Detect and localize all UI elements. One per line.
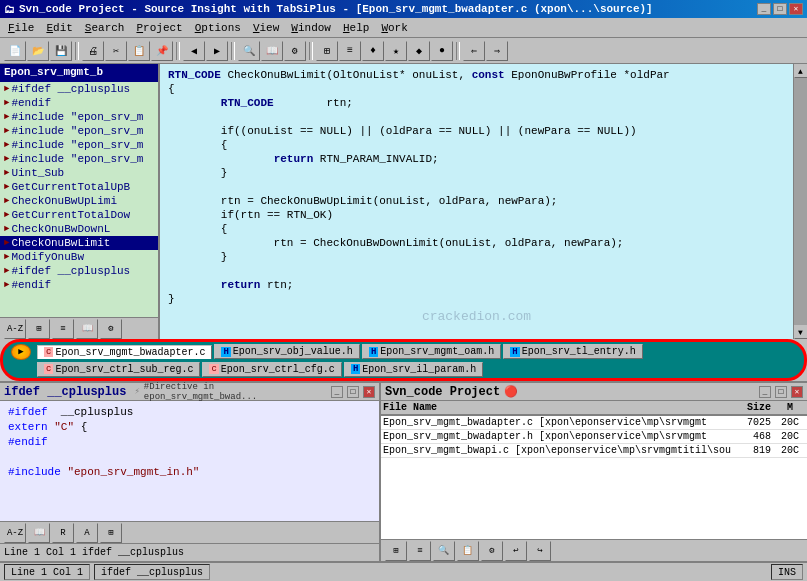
br-btn7[interactable]: ↪ bbox=[529, 541, 551, 561]
tab-obj-value-h[interactable]: H Epon_srv_obj_value.h bbox=[214, 344, 359, 359]
left-panel-item-11[interactable]: ►CheckOnuBwLimit bbox=[0, 236, 158, 250]
left-panel-item-14[interactable]: ►#endif bbox=[0, 278, 158, 292]
project-row-3[interactable]: Epon_srv_mgmt_bwapi.c [xpon\eponservice\… bbox=[381, 444, 807, 458]
toolbar-paste[interactable]: 📌 bbox=[151, 41, 173, 61]
menu-file[interactable]: File bbox=[2, 20, 40, 36]
left-panel: Epon_srv_mgmt_b ►#ifdef __cplusplus►#end… bbox=[0, 64, 160, 339]
menu-view[interactable]: View bbox=[247, 20, 285, 36]
br-close[interactable]: ✕ bbox=[791, 386, 803, 398]
br-btn1[interactable]: ⊞ bbox=[385, 541, 407, 561]
left-panel-title: Epon_srv_mgmt_b bbox=[4, 66, 103, 78]
tab-ctrl-cfg-c[interactable]: c Epon_srv_ctrl_cfg.c bbox=[202, 362, 341, 377]
left-panel-list[interactable]: ►#ifdef __cplusplus►#endif►#include "epo… bbox=[0, 82, 158, 317]
menu-options[interactable]: Options bbox=[189, 20, 247, 36]
toolbar-new[interactable]: 📄 bbox=[4, 41, 26, 61]
toolbar-back[interactable]: ◀ bbox=[183, 41, 205, 61]
bottom-left-subtitle: #Directive in epon_srv_mgmt_bwad... bbox=[144, 382, 327, 402]
toolbar-cut[interactable]: ✂ bbox=[105, 41, 127, 61]
bottom-section: ifdef __cplusplus ⚡ #Directive in epon_s… bbox=[0, 381, 807, 561]
toolbar-fwd[interactable]: ▶ bbox=[206, 41, 228, 61]
left-panel-item-label-7: GetCurrentTotalUpB bbox=[11, 181, 130, 193]
toolbar-extra2[interactable]: ≡ bbox=[339, 41, 361, 61]
project-row-2[interactable]: Epon_srv_mgmt_bwadapter.h [xpon\eponserv… bbox=[381, 430, 807, 444]
close-button[interactable]: ✕ bbox=[789, 3, 803, 15]
left-panel-item-5[interactable]: ►#include "epon_srv_m bbox=[0, 152, 158, 166]
left-panel-item-icon-12: ► bbox=[4, 252, 9, 262]
toolbar-extra5[interactable]: ◆ bbox=[408, 41, 430, 61]
tab-row-1: ▶ c Epon_srv_mgmt_bwadapter.c H Epon_srv… bbox=[11, 344, 796, 360]
tab-il-param-h[interactable]: H Epon_srv_il_param.h bbox=[344, 362, 483, 377]
left-panel-item-13[interactable]: ►#ifdef __cplusplus bbox=[0, 264, 158, 278]
scroll-up-arrow[interactable]: ▲ bbox=[794, 64, 808, 78]
br-btn6[interactable]: ↩ bbox=[505, 541, 527, 561]
col-size: Size bbox=[735, 402, 775, 413]
menu-work[interactable]: Work bbox=[375, 20, 413, 36]
tab-mgmt-oam-h[interactable]: H Epon_srv_mgmt_oam.h bbox=[362, 344, 501, 359]
bottom-left-code[interactable]: #ifdef __cplusplus extern "C" { #endif #… bbox=[0, 401, 379, 521]
left-panel-item-12[interactable]: ►ModifyOnuBw bbox=[0, 250, 158, 264]
br-max[interactable]: □ bbox=[775, 386, 787, 398]
project-file-list[interactable]: File Name Size M Epon_srv_mgmt_bwadapter… bbox=[381, 401, 807, 539]
tab-go-button[interactable]: ▶ bbox=[11, 344, 31, 360]
left-panel-item-7[interactable]: ►GetCurrentTotalUpB bbox=[0, 180, 158, 194]
bl-btn2[interactable]: 📖 bbox=[28, 523, 50, 543]
toolbar-print[interactable]: 🖨 bbox=[82, 41, 104, 61]
scroll-down-arrow[interactable]: ▼ bbox=[794, 325, 808, 339]
bottom-left-close[interactable]: ✕ bbox=[363, 386, 375, 398]
toolbar-extra4[interactable]: ★ bbox=[385, 41, 407, 61]
left-panel-item-2[interactable]: ►#include "epon_srv_m bbox=[0, 110, 158, 124]
left-panel-item-6[interactable]: ►Uint_Sub bbox=[0, 166, 158, 180]
bottom-left-min[interactable]: _ bbox=[331, 386, 343, 398]
panel-az-btn[interactable]: A-Z bbox=[4, 319, 26, 339]
menu-project[interactable]: Project bbox=[130, 20, 188, 36]
bl-btn5[interactable]: ⊞ bbox=[100, 523, 122, 543]
code-content[interactable]: RTN_CODE CheckOnuBwLimit(OltOnuList* onu… bbox=[160, 64, 793, 339]
toolbar-open[interactable]: 📂 bbox=[27, 41, 49, 61]
project-row-1[interactable]: Epon_srv_mgmt_bwadapter.c [xpon\eponserv… bbox=[381, 416, 807, 430]
scrollbar-vertical[interactable]: ▲ ▼ bbox=[793, 64, 807, 339]
left-panel-item-1[interactable]: ►#endif bbox=[0, 96, 158, 110]
bl-btn4[interactable]: A bbox=[76, 523, 98, 543]
toolbar-save[interactable]: 💾 bbox=[50, 41, 72, 61]
minimize-button[interactable]: _ bbox=[757, 3, 771, 15]
tab-icon-h2: H bbox=[369, 347, 378, 357]
toolbar-extra3[interactable]: ♦ bbox=[362, 41, 384, 61]
tab-bwadapter-c[interactable]: c Epon_srv_mgmt_bwadapter.c bbox=[37, 345, 212, 359]
toolbar-nav-fwd[interactable]: ⇒ bbox=[486, 41, 508, 61]
toolbar-nav-back[interactable]: ⇐ bbox=[463, 41, 485, 61]
tab-bar: ▶ c Epon_srv_mgmt_bwadapter.c H Epon_srv… bbox=[0, 339, 807, 381]
left-panel-item-3[interactable]: ►#include "epon_srv_m bbox=[0, 124, 158, 138]
bl-btn3[interactable]: R bbox=[52, 523, 74, 543]
menu-edit[interactable]: Edit bbox=[40, 20, 78, 36]
toolbar-copy[interactable]: 📋 bbox=[128, 41, 150, 61]
br-btn2[interactable]: ≡ bbox=[409, 541, 431, 561]
left-panel-item-8[interactable]: ►CheckOnuBwUpLimi bbox=[0, 194, 158, 208]
toolbar-ref[interactable]: 📖 bbox=[261, 41, 283, 61]
tab-ctrl-sub-reg-c[interactable]: c Epon_srv_ctrl_sub_reg.c bbox=[37, 362, 200, 377]
toolbar-build[interactable]: ⚙ bbox=[284, 41, 306, 61]
tab-tl-entry-h[interactable]: H Epon_srv_tl_entry.h bbox=[503, 344, 642, 359]
br-min[interactable]: _ bbox=[759, 386, 771, 398]
br-btn5[interactable]: ⚙ bbox=[481, 541, 503, 561]
bottom-left-max[interactable]: □ bbox=[347, 386, 359, 398]
scroll-track[interactable] bbox=[794, 78, 807, 325]
left-panel-item-9[interactable]: ►GetCurrentTotalDow bbox=[0, 208, 158, 222]
tab-label-5: Epon_srv_ctrl_sub_reg.c bbox=[55, 364, 193, 375]
br-btn4[interactable]: 📋 bbox=[457, 541, 479, 561]
menu-search[interactable]: Search bbox=[79, 20, 131, 36]
panel-book-btn[interactable]: 📖 bbox=[76, 319, 98, 339]
panel-extra-btn[interactable]: ⚙ bbox=[100, 319, 122, 339]
toolbar-search[interactable]: 🔍 bbox=[238, 41, 260, 61]
menu-window[interactable]: Window bbox=[285, 20, 337, 36]
menu-help[interactable]: Help bbox=[337, 20, 375, 36]
panel-tree-btn[interactable]: ⊞ bbox=[28, 319, 50, 339]
panel-list-btn[interactable]: ≡ bbox=[52, 319, 74, 339]
toolbar-extra1[interactable]: ⊞ bbox=[316, 41, 338, 61]
left-panel-item-10[interactable]: ►CheckOnuBwDownL bbox=[0, 222, 158, 236]
left-panel-item-0[interactable]: ►#ifdef __cplusplus bbox=[0, 82, 158, 96]
maximize-button[interactable]: □ bbox=[773, 3, 787, 15]
bl-btn1[interactable]: A-Z bbox=[4, 523, 26, 543]
toolbar-extra6[interactable]: ● bbox=[431, 41, 453, 61]
left-panel-item-4[interactable]: ►#include "epon_srv_m bbox=[0, 138, 158, 152]
br-btn3[interactable]: 🔍 bbox=[433, 541, 455, 561]
